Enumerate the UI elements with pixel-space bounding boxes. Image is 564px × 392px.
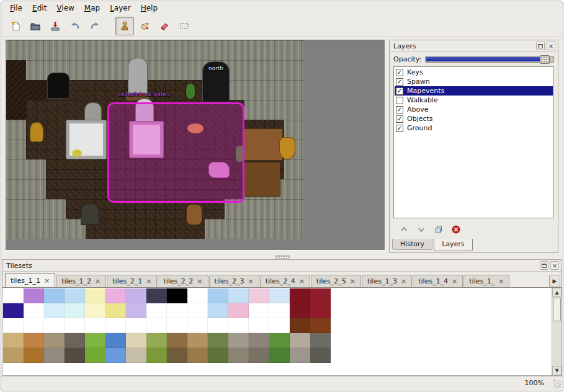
brush-tool-button[interactable] xyxy=(135,17,154,35)
palette-tile[interactable] xyxy=(3,318,24,333)
tab-scroll-right-button[interactable]: ▶ xyxy=(549,275,560,287)
palette-tile[interactable] xyxy=(105,318,126,333)
float-panel-button[interactable] xyxy=(540,261,548,270)
stamp-tool-button[interactable] xyxy=(115,17,134,35)
tab-close-icon[interactable]: × xyxy=(95,278,101,284)
palette-tile[interactable] xyxy=(146,348,167,363)
palette-tile[interactable] xyxy=(126,333,146,348)
palette-tile[interactable] xyxy=(24,318,44,333)
palette-tile[interactable] xyxy=(228,288,249,303)
menu-layer[interactable]: Layer xyxy=(105,2,135,14)
palette-tile[interactable] xyxy=(24,288,44,303)
palette-tile[interactable] xyxy=(105,288,126,303)
palette-tile[interactable] xyxy=(3,333,24,348)
palette-tile[interactable] xyxy=(3,348,24,363)
palette-tile[interactable] xyxy=(269,318,290,333)
palette-tile[interactable] xyxy=(105,333,126,348)
tab-close-icon[interactable]: × xyxy=(350,278,356,284)
layer-visibility-checkbox[interactable]: ✓ xyxy=(396,106,403,114)
palette-tile[interactable] xyxy=(44,333,65,348)
resize-grip[interactable] xyxy=(553,380,562,388)
tileset-tab-tiles_2_3[interactable]: tiles_2_3× xyxy=(209,275,259,287)
palette-tile[interactable] xyxy=(249,288,269,303)
palette-tile[interactable] xyxy=(249,333,269,348)
undo-button[interactable] xyxy=(66,17,84,35)
palette-tile[interactable] xyxy=(310,333,331,348)
palette-tile[interactable] xyxy=(290,333,310,348)
palette-tile[interactable] xyxy=(167,288,187,303)
palette-tile[interactable] xyxy=(85,303,105,318)
palette-tile[interactable] xyxy=(146,318,167,333)
tileset-tab-tiles_2_1[interactable]: tiles_2_1× xyxy=(107,275,157,287)
palette-tile[interactable] xyxy=(65,333,85,348)
layer-row-objects[interactable]: ✓Objects xyxy=(395,114,553,123)
palette-tile[interactable] xyxy=(290,303,310,318)
layer-row-ground[interactable]: ✓Ground xyxy=(395,123,553,133)
splitter-grip[interactable] xyxy=(275,255,290,259)
palette-tile[interactable] xyxy=(65,288,85,303)
layer-row-mapevents[interactable]: ✓Mapevents xyxy=(395,86,553,96)
palette-tile[interactable] xyxy=(187,288,208,303)
map-viewport[interactable]: northcaveshrine2 gate... xyxy=(6,40,385,251)
menu-map[interactable]: Map xyxy=(79,2,105,14)
palette-tile[interactable] xyxy=(85,333,105,348)
tab-close-icon[interactable]: × xyxy=(44,278,50,283)
duplicate-layer-button[interactable] xyxy=(433,224,444,235)
layer-visibility-checkbox[interactable]: ✓ xyxy=(396,78,403,86)
layer-visibility-checkbox[interactable]: ✓ xyxy=(396,69,403,76)
tab-close-icon[interactable]: × xyxy=(146,278,151,284)
layer-visibility-checkbox[interactable]: ✓ xyxy=(396,115,403,123)
palette-tile[interactable] xyxy=(85,318,105,333)
palette-tile[interactable] xyxy=(228,333,249,348)
close-panel-button[interactable]: × xyxy=(547,42,555,50)
palette-tile[interactable] xyxy=(290,288,310,303)
palette-tile[interactable] xyxy=(269,288,290,303)
palette-tile[interactable] xyxy=(290,348,310,363)
palette-tile[interactable] xyxy=(228,303,249,318)
lower-layer-button[interactable] xyxy=(416,224,427,235)
float-panel-button[interactable] xyxy=(536,42,545,50)
scrollbar-track[interactable] xyxy=(552,297,562,366)
palette-tile[interactable] xyxy=(249,348,269,363)
palette-tile[interactable] xyxy=(126,348,146,363)
palette-tile[interactable] xyxy=(24,303,44,318)
palette-tile[interactable] xyxy=(85,348,105,363)
palette-tile[interactable] xyxy=(187,333,208,348)
tab-close-icon[interactable]: × xyxy=(197,278,202,284)
palette-tile[interactable] xyxy=(187,303,208,318)
scroll-down-button[interactable]: ▼ xyxy=(552,366,562,375)
tileset-tab-tiles_1_3[interactable]: tiles_1_3× xyxy=(362,275,412,287)
palette-tile[interactable] xyxy=(44,288,65,303)
selection-rectangle[interactable] xyxy=(107,102,244,203)
palette-tile[interactable] xyxy=(249,318,269,333)
tab-close-icon[interactable]: × xyxy=(452,278,457,284)
palette-tile[interactable] xyxy=(187,348,208,363)
palette-tile[interactable] xyxy=(65,318,85,333)
palette-tile[interactable] xyxy=(269,333,290,348)
palette-tile[interactable] xyxy=(208,288,228,303)
palette-tile[interactable] xyxy=(187,318,208,333)
redo-button[interactable] xyxy=(86,17,104,35)
palette-tile[interactable] xyxy=(65,348,85,363)
menu-edit[interactable]: Edit xyxy=(27,2,51,14)
tileset-tab-tiles_1_2[interactable]: tiles_1_2× xyxy=(56,275,106,287)
palette-tile[interactable] xyxy=(228,348,249,363)
raise-layer-button[interactable] xyxy=(398,224,410,235)
palette-tile[interactable] xyxy=(44,318,65,333)
layer-visibility-checkbox[interactable]: ✓ xyxy=(396,87,403,95)
menu-file[interactable]: File xyxy=(5,2,27,14)
palette-tile[interactable] xyxy=(146,303,167,318)
palette-tile[interactable] xyxy=(208,348,228,363)
palette-tile[interactable] xyxy=(65,303,85,318)
delete-layer-button[interactable] xyxy=(450,224,462,235)
palette-tile[interactable] xyxy=(24,333,44,348)
palette-tile[interactable] xyxy=(105,348,126,363)
tileset-tab-tiles_1_[interactable]: tiles_1_× xyxy=(463,275,509,287)
palette-tile[interactable] xyxy=(126,288,146,303)
palette-tile[interactable] xyxy=(126,303,146,318)
map-canvas[interactable]: northcaveshrine2 gate... xyxy=(6,40,304,239)
palette-tile[interactable] xyxy=(3,288,24,303)
layer-row-keys[interactable]: ✓Keys xyxy=(395,68,553,77)
menu-view[interactable]: View xyxy=(51,2,79,14)
tab-close-icon[interactable]: × xyxy=(498,278,504,284)
